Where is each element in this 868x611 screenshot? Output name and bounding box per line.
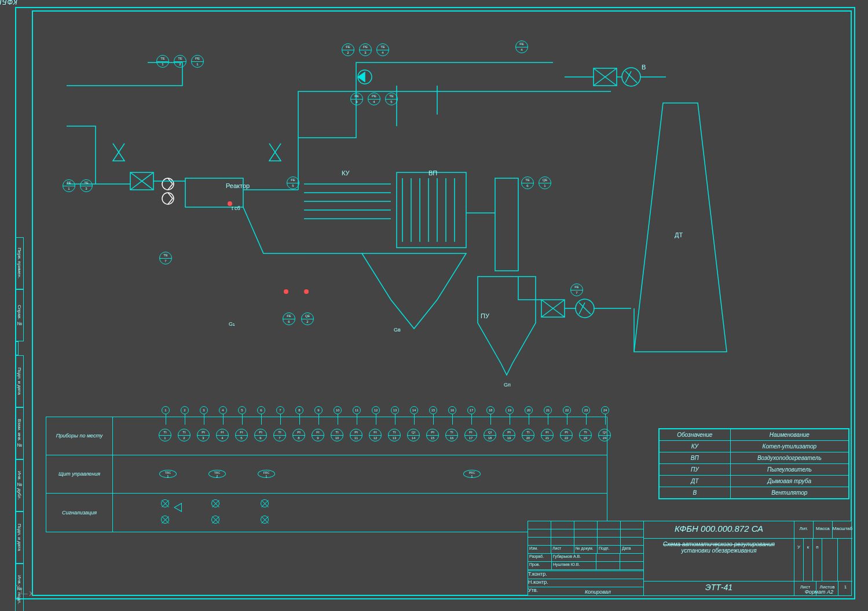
field-instrument: PI19 [503,429,515,441]
link-line [376,414,376,425]
footer-format: Формат А2 [805,589,833,595]
instrument-fe: FE4 [515,41,528,53]
field-instrument: TI23 [579,429,592,441]
side-tabs: Перв. примен. Справ. № Подп. и дата Взам… [15,237,32,611]
field-instrument: PI22 [560,429,573,441]
controller: TRC1 [159,470,177,478]
instrument-fe: FE7 [570,284,583,296]
legend-cell: Котел-утилизатор [730,441,848,452]
link-line [471,414,472,425]
link-circle: 8 [295,406,303,414]
signal-lamp-icon [211,516,219,524]
field-instrument: QI18 [484,429,496,441]
link-line [242,414,243,425]
instrument-te: TE6 [521,176,534,189]
tb-cell: Разраб. [528,554,552,561]
instrument-te: TE3 [80,179,93,192]
legend-cell: ДТ [660,476,731,487]
g3-label: Gп [504,382,511,388]
legend-cell: В [660,487,731,499]
link-line [299,414,300,425]
link-circle: 7 [276,406,284,414]
link-line [318,414,319,425]
field-instrument: FI5 [235,429,248,441]
link-circle: 15 [429,406,437,414]
group-code: ЭТТ-41 [644,581,794,595]
side-tab: Справ. № [15,289,24,341]
field-instrument: QI24 [598,429,611,441]
tb-right: Лит.МассаМасштаб Укп ЛистЛистов1 [794,521,852,595]
tb-cell: Пров. [528,562,552,569]
link-circle: 3 [200,406,208,414]
link-circle: 24 [601,406,609,414]
tb-left: Изм.Лист№ докум.Подп.Дата Разраб.Губарьк… [528,521,644,595]
link-circle: 22 [563,406,571,414]
legend-cell: ПУ [660,464,731,476]
tb-cell: п [813,539,822,581]
link-circle: 4 [219,406,227,414]
tb-cell: У [794,539,804,581]
row-label: Сигнализация [46,494,113,532]
legend-cell: Воздухоподогреватель [730,452,848,464]
drawing-code: КФБН 000.000.872 СА [644,521,794,539]
field-instrument: TI1 [159,429,171,441]
link-circle: 13 [391,406,399,414]
link-line [338,414,338,425]
instrument-te: TE7 [159,252,172,264]
tb-cell: к [804,539,813,581]
link-circle: 11 [353,406,361,414]
side-tab: Взам. инв. № [15,407,24,459]
tb-cell: Лит. [794,521,814,538]
link-line [261,414,262,425]
side-tab: Перв. примен. [15,237,24,289]
footer-copied: Копировал [585,589,611,595]
instrument-fe: FE1 [63,179,75,192]
svg-rect-3 [495,178,518,271]
instrument-fe: FE2 [342,43,354,56]
pu-label: ПУ [481,312,489,319]
instrument-te: TE2 [174,55,186,68]
signal-lamp-icon [161,499,169,507]
link-line [223,414,224,425]
ku-label: КУ [342,170,350,176]
tb-mid: КФБН 000.000.872 СА Схема автоматическог… [644,521,794,595]
drawing-page: КФБН 000.000.872 СА Перв. примен. Справ.… [0,0,868,611]
signal-lamp-icon [261,499,269,507]
field-instrument: TI7 [273,429,286,441]
field-instrument: PI6 [254,429,267,441]
legend-header: Обозначение [660,429,731,441]
legend-cell: ВП [660,452,731,464]
reactor-label: Реактор [226,182,250,189]
legend-header: Наименование [730,429,848,441]
side-tab: Инв. № дубл. [15,459,24,511]
link-circle: 10 [334,406,342,414]
link-circle: 2 [181,406,189,414]
controller: PRC1 [463,470,481,478]
svg-point-9 [162,178,174,190]
field-instrument: PI11 [350,429,362,441]
link-circle: 19 [506,406,514,414]
link-line [586,414,587,425]
field-instrument: QI14 [407,429,420,441]
legend-table: ОбозначениеНаименование КУКотел-утилизат… [658,428,849,499]
signal-lamp-icon [261,516,269,524]
side-tab-gap [15,341,19,355]
link-line [529,414,529,425]
link-circle: 5 [238,406,246,414]
field-instrument: PI8 [292,429,305,441]
tb-cell: 1 [838,581,852,595]
tb-cell: Лист [551,546,574,553]
tb-cell: Н.контр. [528,579,548,587]
svg-rect-2 [397,172,466,248]
axis-icon: Y └─ X [16,584,33,597]
field-instrument: TI2 [178,429,191,441]
g1-label: G₁ [229,321,235,327]
v-label: В [642,64,646,71]
instrument-pe: PE4 [368,93,380,105]
side-tab: Подп. и дата [15,355,24,407]
link-circle: 16 [448,406,456,414]
field-instrument: TI13 [388,429,401,441]
side-tab: Подп. и дата [15,511,24,564]
red-indicator [228,201,232,206]
instrument-fe: FE6 [283,312,295,325]
